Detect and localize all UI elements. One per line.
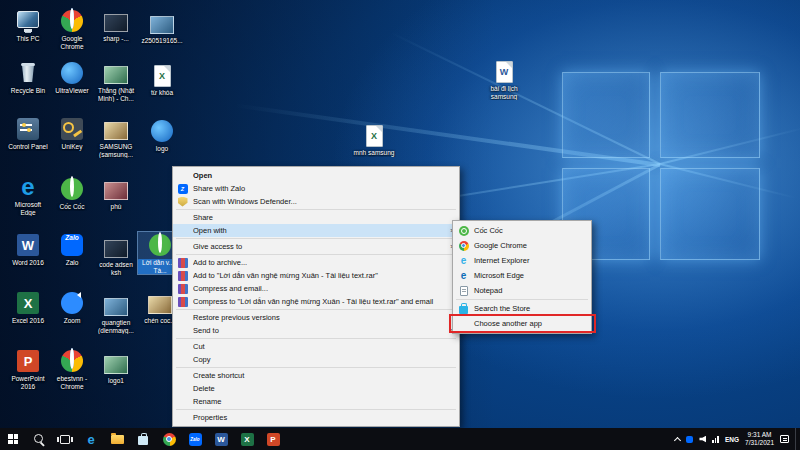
desktop-icon-label: quangtien (dienmayg... bbox=[94, 319, 138, 334]
desktop-icon-z250519165[interactable]: z250519165... bbox=[140, 10, 184, 45]
menu-item-create-shortcut[interactable]: Create shortcut bbox=[173, 369, 459, 382]
menu-item-label: Share bbox=[193, 213, 453, 222]
coc-coc-icon bbox=[61, 178, 83, 200]
desktop-icon-label: Excel 2016 bbox=[6, 317, 50, 325]
desktop-icon-code-adsen[interactable]: code adsen ksh bbox=[94, 234, 138, 276]
submenu-item-label: Google Chrome bbox=[474, 241, 527, 250]
edge-glyph-letter: e bbox=[21, 175, 34, 199]
desktop-icon-logo1[interactable]: logo1 bbox=[94, 350, 138, 385]
menu-item-properties[interactable]: Properties bbox=[173, 411, 459, 424]
coc-coc-icon bbox=[459, 226, 469, 236]
submenu-item-search-the-store[interactable]: Search the Store bbox=[453, 301, 591, 316]
submenu-item-google-chrome[interactable]: Google Chrome bbox=[453, 238, 591, 253]
task-view-button[interactable] bbox=[52, 428, 78, 450]
menu-item-copy[interactable]: Copy bbox=[173, 353, 459, 366]
taskbar-file-explorer[interactable] bbox=[104, 428, 130, 450]
zalo-icon: Zalo bbox=[61, 234, 83, 256]
menu-item-label: Compress to "Lời dẫn văn nghệ mừng Xuân … bbox=[193, 297, 453, 306]
clock[interactable]: 9:31 AM 7/31/2021 bbox=[745, 428, 774, 450]
submenu-item-internet-explorer[interactable]: eInternet Explorer bbox=[453, 253, 591, 268]
desktop-icon-samsung-folder[interactable]: SAMSUNG (samsung... bbox=[94, 116, 138, 158]
taskbar-zalo[interactable]: Zalo bbox=[182, 428, 208, 450]
desktop-icon-label: logo bbox=[140, 145, 184, 153]
context-menu: Open ZShare with Zalo Scan with Windows … bbox=[172, 166, 460, 427]
desktop-icon-label: Word 2016 bbox=[6, 259, 50, 267]
menu-item-compress-to-rar-and-email[interactable]: Compress to "Lời dẫn văn nghệ mừng Xuân … bbox=[173, 295, 459, 308]
desktop-icon-powerpoint-2016[interactable]: P PowerPoint 2016 bbox=[6, 348, 50, 390]
desktop-icon-label: bài đi lịch samsung bbox=[482, 85, 526, 100]
desktop-icon-coc-coc[interactable]: Cốc Cốc bbox=[50, 176, 94, 211]
menu-item-share[interactable]: Share bbox=[173, 211, 459, 224]
word-glyph-letter: W bbox=[500, 67, 509, 77]
desktop-icon-quangtien[interactable]: quangtien (dienmayg... bbox=[94, 292, 138, 334]
desktop-icon-google-chrome[interactable]: Google Chrome bbox=[50, 8, 94, 50]
desktop-icon-logo[interactable]: logo bbox=[140, 118, 184, 153]
start-button[interactable] bbox=[0, 428, 26, 450]
menu-item-restore-previous-versions[interactable]: Restore previous versions bbox=[173, 311, 459, 324]
taskbar-word[interactable]: W bbox=[208, 428, 234, 450]
desktop-icon-phu[interactable]: phù bbox=[94, 176, 138, 211]
taskbar-edge[interactable]: e bbox=[78, 428, 104, 450]
desktop-icon-label: UniKey bbox=[50, 143, 94, 151]
desktop-icon-unikey[interactable]: UniKey bbox=[50, 116, 94, 151]
tray-zalo[interactable] bbox=[686, 428, 693, 450]
desktop-icon-tu-khoa[interactable]: X từ khóa bbox=[140, 62, 184, 97]
word-glyph-letter: W bbox=[217, 435, 225, 444]
desktop-icon-ultraviewer[interactable]: UltraViewer bbox=[50, 60, 94, 95]
action-center-button[interactable] bbox=[780, 428, 789, 450]
search-button[interactable] bbox=[26, 428, 52, 450]
windows-logo-pane bbox=[660, 168, 760, 260]
desktop-icon-microsoft-edge[interactable]: e Microsoft Edge bbox=[6, 174, 50, 216]
tray-network[interactable] bbox=[712, 428, 719, 450]
menu-item-add-to-rar[interactable]: Add to "Lời dẫn văn nghệ mừng Xuân - Tài… bbox=[173, 269, 459, 282]
system-tray: ENG 9:31 AM 7/31/2021 bbox=[675, 428, 800, 450]
menu-item-delete[interactable]: Delete bbox=[173, 382, 459, 395]
menu-item-label: Properties bbox=[193, 413, 453, 422]
taskbar-powerpoint[interactable]: P bbox=[260, 428, 286, 450]
desktop-icon-zalo[interactable]: Zalo Zalo bbox=[50, 232, 94, 267]
taskbar-chrome[interactable] bbox=[156, 428, 182, 450]
desktop-icon-zoom[interactable]: Zoom bbox=[50, 290, 94, 325]
submenu-item-choose-another-app[interactable]: Choose another app bbox=[453, 316, 591, 331]
menu-item-label: Cut bbox=[193, 342, 453, 351]
powerpoint-icon: P bbox=[17, 350, 39, 372]
menu-item-send-to[interactable]: Send to› bbox=[173, 324, 459, 337]
menu-item-open[interactable]: Open bbox=[173, 169, 459, 182]
taskbar-excel[interactable]: X bbox=[234, 428, 260, 450]
submenu-item-coc-coc[interactable]: Cốc Cốc bbox=[453, 223, 591, 238]
store-icon bbox=[138, 436, 148, 445]
desktop-icon-control-panel[interactable]: Control Panel bbox=[6, 116, 50, 151]
desktop-icon-sharp[interactable]: sharp -... bbox=[94, 8, 138, 43]
desktop-icon-thang-nhat-minh[interactable]: Thắng (Nhật Minh) - Ch... bbox=[94, 60, 138, 102]
desktop-icon-ebestvnn-chrome[interactable]: ebestvnn - Chrome bbox=[50, 348, 94, 390]
show-desktop-button[interactable] bbox=[795, 428, 798, 450]
menu-separator bbox=[176, 209, 456, 210]
menu-item-open-with[interactable]: Open with› bbox=[173, 224, 459, 237]
windows-logo-icon bbox=[8, 434, 18, 444]
menu-item-scan-with-defender[interactable]: Scan with Windows Defender... bbox=[173, 195, 459, 208]
tray-volume[interactable] bbox=[699, 428, 706, 450]
desktop-icon-excel-2016[interactable]: X Excel 2016 bbox=[6, 290, 50, 325]
language-indicator[interactable]: ENG bbox=[725, 428, 739, 450]
menu-separator bbox=[176, 367, 456, 368]
menu-separator bbox=[456, 299, 588, 300]
tray-expand-button[interactable] bbox=[675, 428, 680, 450]
menu-item-cut[interactable]: Cut bbox=[173, 340, 459, 353]
menu-item-rename[interactable]: Rename bbox=[173, 395, 459, 408]
this-pc-icon bbox=[15, 8, 41, 34]
desktop-icon-this-pc[interactable]: This PC bbox=[6, 8, 50, 43]
menu-item-give-access-to[interactable]: Give access to› bbox=[173, 240, 459, 253]
desktop-icon-mnh-samsung[interactable]: X mnh samsung bbox=[352, 122, 396, 157]
submenu-item-microsoft-edge[interactable]: eMicrosoft Edge bbox=[453, 268, 591, 283]
notepad-icon bbox=[460, 286, 468, 296]
submenu-item-label: Notepad bbox=[474, 286, 502, 295]
menu-item-compress-and-email[interactable]: Compress and email... bbox=[173, 282, 459, 295]
menu-item-share-with-zalo[interactable]: ZShare with Zalo bbox=[173, 182, 459, 195]
taskbar-store[interactable] bbox=[130, 428, 156, 450]
desktop-icon-word-2016[interactable]: W Word 2016 bbox=[6, 232, 50, 267]
menu-item-label: Copy bbox=[193, 355, 453, 364]
submenu-item-notepad[interactable]: Notepad bbox=[453, 283, 591, 298]
menu-item-add-to-archive[interactable]: Add to archive... bbox=[173, 256, 459, 269]
desktop-icon-bai-di-lich-samsung[interactable]: W bài đi lịch samsung bbox=[482, 58, 526, 100]
desktop-icon-recycle-bin[interactable]: Recycle Bin bbox=[6, 60, 50, 95]
